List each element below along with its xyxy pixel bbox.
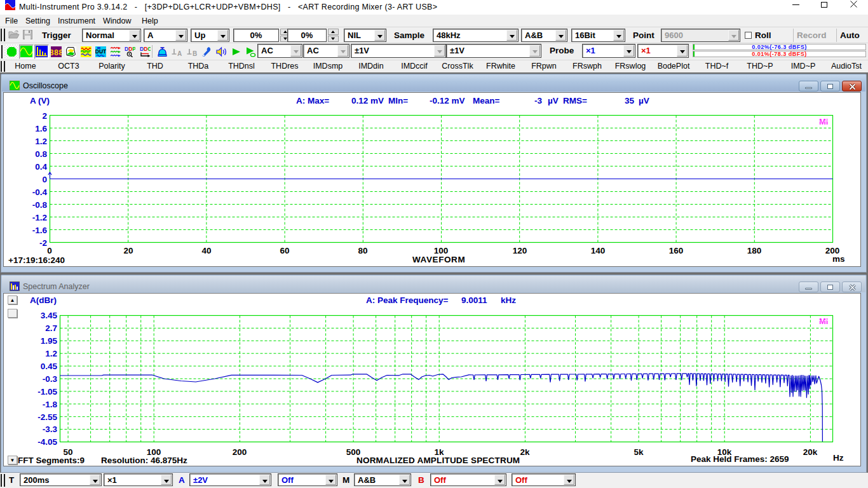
svg-text:1.95: 1.95 xyxy=(41,336,58,346)
svg-text:MIn=: MIn= xyxy=(388,96,408,105)
svg-text:-1.6: -1.6 xyxy=(32,226,48,235)
svg-text:-1.2: -1.2 xyxy=(32,213,47,222)
svg-text:-3.3: -3.3 xyxy=(43,424,58,434)
svg-text:35: 35 xyxy=(625,96,635,105)
svg-text:WAVEFORM: WAVEFORM xyxy=(412,255,465,264)
svg-text:100: 100 xyxy=(434,246,449,255)
svg-text:200: 200 xyxy=(233,447,247,457)
svg-text:Hz: Hz xyxy=(833,453,844,463)
svg-text:160: 160 xyxy=(669,246,684,255)
svg-text:A: Peak Frequency=: A: Peak Frequency= xyxy=(366,295,449,305)
svg-text:-0.8: -0.8 xyxy=(32,200,48,210)
svg-text:120: 120 xyxy=(513,246,527,255)
svg-text:3.45: 3.45 xyxy=(41,311,58,320)
svg-text:0: 0 xyxy=(42,175,47,184)
svg-text:1.6: 1.6 xyxy=(35,124,47,133)
svg-text:-2.55: -2.55 xyxy=(37,412,57,422)
svg-text:µV: µV xyxy=(548,96,559,105)
svg-text:0.8: 0.8 xyxy=(35,149,47,159)
svg-text:2: 2 xyxy=(42,111,47,121)
svg-text:A (V): A (V) xyxy=(30,96,50,105)
svg-text:Peak Held Frames: 2659: Peak Held Frames: 2659 xyxy=(691,454,789,464)
svg-text:A: Max=: A: Max= xyxy=(296,96,329,105)
svg-text:FFT Segments:9: FFT Segments:9 xyxy=(18,456,85,465)
svg-text:140: 140 xyxy=(591,246,606,255)
svg-text:-1.8: -1.8 xyxy=(43,400,58,409)
svg-text:80: 80 xyxy=(358,246,367,255)
svg-text:1.2: 1.2 xyxy=(35,137,47,146)
svg-text:m: m xyxy=(832,254,840,264)
svg-text:NORMALIZED AMPLITUDE SPECTRUM: NORMALIZED AMPLITUDE SPECTRUM xyxy=(356,456,520,465)
svg-text:-0.12 mV: -0.12 mV xyxy=(430,96,465,105)
svg-text:-0.3: -0.3 xyxy=(43,374,58,384)
svg-text:s: s xyxy=(840,254,845,264)
svg-text:0.45: 0.45 xyxy=(41,362,58,371)
svg-text:0.4: 0.4 xyxy=(35,162,47,172)
svg-text:µV: µV xyxy=(639,96,649,105)
svg-text:-2: -2 xyxy=(39,238,47,248)
svg-text:-1.05: -1.05 xyxy=(37,387,57,396)
svg-text:5k: 5k xyxy=(634,447,644,457)
svg-text:A(dBr): A(dBr) xyxy=(30,295,57,305)
svg-text:40: 40 xyxy=(201,246,211,255)
svg-text:0.12 mV: 0.12 mV xyxy=(351,96,384,105)
svg-text:2.7: 2.7 xyxy=(45,323,57,333)
svg-text:20: 20 xyxy=(123,246,133,255)
svg-text:-4.05: -4.05 xyxy=(37,437,57,447)
svg-text:RMS=: RMS= xyxy=(563,96,587,105)
svg-text:-0.4: -0.4 xyxy=(32,187,48,197)
svg-text:+17:19:16:240: +17:19:16:240 xyxy=(8,255,65,265)
svg-text:Mean=: Mean= xyxy=(473,96,500,105)
svg-text:2k: 2k xyxy=(520,447,530,457)
svg-text:Resolution: 46.875Hz: Resolution: 46.875Hz xyxy=(101,456,187,465)
svg-text:0: 0 xyxy=(47,246,52,255)
svg-text:kHz: kHz xyxy=(501,295,516,305)
svg-text:9.0011: 9.0011 xyxy=(461,295,487,305)
svg-text:60: 60 xyxy=(280,246,289,255)
svg-text:1.2: 1.2 xyxy=(45,349,57,358)
svg-text:180: 180 xyxy=(747,246,762,255)
svg-text:-3: -3 xyxy=(534,96,542,105)
svg-text:20k: 20k xyxy=(803,447,818,457)
